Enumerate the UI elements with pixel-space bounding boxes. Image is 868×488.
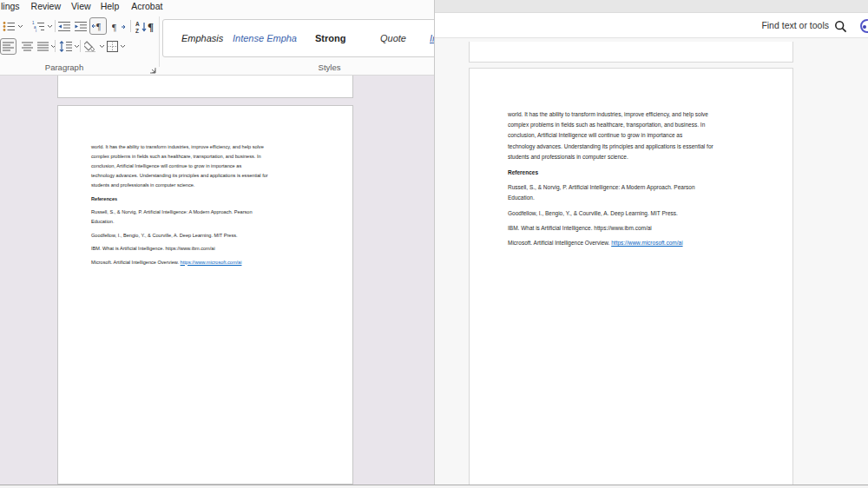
shading-icon[interactable] — [83, 38, 98, 53]
paragraph-group-label: Paragraph — [38, 63, 90, 72]
body-line: conclusion, Artificial Intelligence will… — [91, 162, 322, 171]
body-line: students and professionals in computer s… — [508, 152, 761, 162]
bullets-chevron-icon[interactable] — [16, 19, 23, 34]
reference-line: Education. — [508, 193, 761, 203]
svg-text:A: A — [135, 21, 140, 27]
reference-item: Russell, S., & Norvig, P. Artificial Int… — [508, 182, 761, 203]
reference-item: Goodfellow, I., Bengio, Y., & Courville,… — [91, 231, 322, 241]
reference-line: Russell, S., & Norvig, P. Artificial Int… — [508, 182, 761, 193]
svg-text:¶: ¶ — [96, 21, 101, 31]
word-ribbon: 1ai ¶ ¶ AZ ¶ — [0, 12, 434, 76]
align-center-icon[interactable] — [20, 39, 35, 54]
borders-chevron-icon[interactable] — [119, 39, 126, 54]
rtl-text-direction-icon[interactable]: ¶ — [111, 19, 126, 34]
reference-item: Microsoft. Artificial Intelligence Overv… — [91, 258, 322, 267]
body-line: students and professionals in computer s… — [91, 181, 322, 190]
pdf-titlebar — [435, 0, 868, 13]
body-line: complex problems in fields such as healt… — [91, 152, 322, 162]
find-text-label[interactable]: Find text or tools — [761, 20, 829, 30]
styles-gallery: Emphasis Intense Empha Strong Quote Inte… — [162, 19, 434, 57]
divider — [130, 20, 131, 32]
body-line: technology advances. Understanding its p… — [508, 142, 761, 152]
pdf-page-2: world. It has the ability to transform i… — [469, 68, 793, 485]
reference-line: Russell, S., & Norvig, P. Artificial Int… — [91, 208, 322, 217]
reference-line: Education. — [91, 217, 322, 227]
microsoft-ai-link[interactable]: https://www.microsoft.com/ai — [181, 260, 242, 265]
svg-text:¶: ¶ — [112, 22, 116, 32]
body-line: technology advances. Understanding its p… — [91, 171, 322, 181]
style-emphasis[interactable]: Emphasis — [181, 20, 223, 56]
references-heading: References — [508, 168, 761, 178]
style-strong[interactable]: Strong — [315, 20, 345, 56]
tab-view[interactable]: View — [71, 1, 91, 11]
reference-item: IBM. What is Artificial Intelligence. ht… — [91, 244, 322, 254]
tab-acrobat[interactable]: Acrobat — [131, 1, 162, 11]
word-page-1-fragment[interactable] — [57, 76, 353, 98]
reference-item: IBM. What is Artificial Intelligence. ht… — [508, 223, 761, 234]
ai-assistant-icon[interactable] — [858, 17, 868, 35]
multilevel-list-chevron-icon[interactable] — [46, 19, 53, 34]
divider — [55, 20, 56, 32]
borders-icon[interactable] — [105, 39, 120, 54]
align-justify-icon[interactable] — [36, 39, 50, 54]
body-line: complex problems in fields such as healt… — [508, 120, 761, 130]
line-spacing-icon[interactable] — [58, 39, 73, 54]
word-document-canvas: world. It has the ability to transform i… — [0, 76, 434, 488]
show-formatting-pilcrow-icon[interactable]: ¶ — [144, 18, 159, 33]
reference-text: Microsoft. Artificial Intelligence Overv… — [91, 260, 181, 265]
pdf-page-1-fragment — [469, 42, 793, 63]
shading-chevron-icon[interactable] — [98, 39, 105, 54]
search-icon[interactable] — [832, 18, 848, 34]
style-quote[interactable]: Quote — [380, 20, 406, 56]
reference-item: Microsoft. Artificial Intelligence Overv… — [508, 238, 761, 248]
tab-review[interactable]: Review — [31, 1, 61, 11]
tab-help[interactable]: Help — [101, 1, 120, 11]
reference-item: Russell, S., & Norvig, P. Artificial Int… — [91, 208, 322, 227]
divider — [159, 16, 160, 67]
reference-text: Microsoft. Artificial Intelligence Overv… — [508, 240, 611, 246]
pdf-document-canvas: world. It has the ability to transform i… — [435, 38, 868, 488]
divider — [55, 40, 56, 52]
decrease-indent-icon[interactable] — [57, 19, 72, 34]
multilevel-list-icon[interactable]: 1ai — [31, 19, 46, 34]
body-line: conclusion, Artificial Intelligence will… — [508, 130, 761, 141]
body-line: world. It has the ability to transform i… — [508, 109, 761, 120]
pdf-document-text: world. It has the ability to transform i… — [508, 109, 761, 248]
word-window: lings Review View Help Acrobat 1ai — [0, 0, 434, 488]
body-line: world. It has the ability to transform i… — [91, 142, 322, 152]
microsoft-ai-link[interactable]: https://www.microsoft.com/ai — [611, 240, 682, 246]
screen: lings Review View Help Acrobat 1ai — [0, 0, 868, 488]
bullets-icon[interactable] — [2, 19, 16, 34]
word-menubar: lings Review View Help Acrobat — [0, 0, 434, 12]
increase-indent-icon[interactable] — [74, 19, 89, 34]
svg-text:Z: Z — [135, 27, 139, 33]
paragraph-dialog-launcher-icon[interactable] — [149, 63, 158, 71]
references-heading: References — [91, 195, 322, 204]
reference-item: Goodfellow, I., Bengio, Y., & Courville,… — [508, 208, 761, 219]
align-left-icon[interactable] — [0, 38, 16, 55]
word-page-2[interactable]: world. It has the ability to transform i… — [57, 105, 353, 485]
svg-text:¶: ¶ — [148, 20, 154, 32]
styles-group-label: Styles — [306, 63, 353, 72]
svg-text:i: i — [36, 29, 36, 32]
word-document-text: world. It has the ability to transform i… — [91, 142, 322, 267]
pdf-toolbar: Find text or tools — [435, 13, 868, 38]
ltr-text-direction-icon[interactable]: ¶ — [89, 17, 107, 35]
style-intense-emphasis[interactable]: Intense Empha — [233, 20, 297, 56]
pdf-viewer-window: Find text or tools world. It has the abi… — [434, 0, 868, 488]
tab-mailings[interactable]: lings — [1, 1, 20, 11]
line-spacing-chevron-icon[interactable] — [73, 39, 80, 54]
divider — [80, 40, 81, 52]
